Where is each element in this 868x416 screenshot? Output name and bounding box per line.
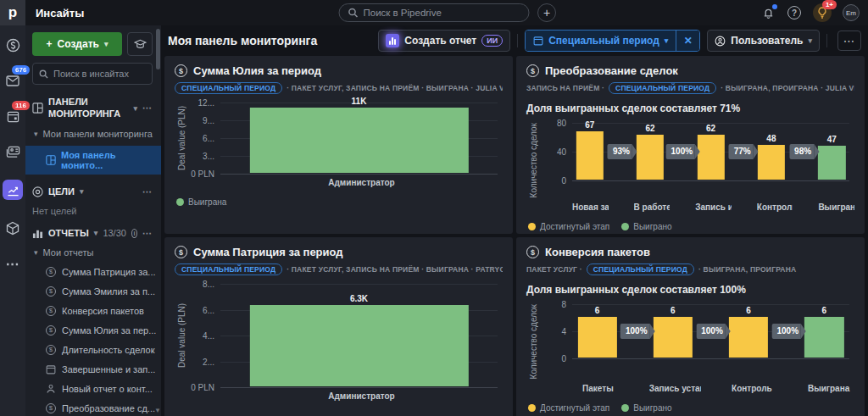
chart-bar[interactable]: [578, 317, 617, 358]
page-title: Инсайты: [36, 7, 84, 19]
chart-area: Deal value (PLN)12...9...6...3...0 PLN11…: [175, 103, 503, 174]
chart-bar[interactable]: [804, 317, 843, 358]
dashboards-section-header[interactable]: ПАНЕЛИ МОНИТОРИНГА ▾ ⋯: [32, 97, 153, 120]
period-pill[interactable]: СПЕЦИАЛЬНЫЙ ПЕРИОД: [175, 82, 282, 94]
insights-icon[interactable]: [3, 180, 23, 200]
goals-section-header[interactable]: ЦЕЛИ ▾ ⋯: [32, 186, 153, 197]
chart-bar[interactable]: [249, 305, 468, 386]
bar-value-label: 6.3K: [350, 294, 368, 303]
y-axis-label: Deal value (PLN): [175, 103, 186, 174]
legend-item[interactable]: Достигнутый этап: [528, 403, 609, 413]
chevron-down-icon[interactable]: ▾: [94, 229, 98, 237]
global-search[interactable]: [339, 3, 530, 22]
create-report-button[interactable]: Создать отчет ИИ: [378, 30, 510, 52]
chevron-down-icon[interactable]: ▾: [133, 104, 137, 113]
bar-value-label: 6: [822, 306, 827, 315]
gridline: [572, 180, 849, 181]
period-pill[interactable]: СПЕЦИАЛЬНЫЙ ПЕРИОД: [587, 263, 694, 275]
bar-value-label: 62: [706, 124, 715, 133]
dashboard-more-button[interactable]: ⋯: [837, 31, 861, 51]
chart-bar[interactable]: [729, 317, 768, 358]
chart-plot: 8...6...4...2...0 PLN6.3K: [220, 284, 498, 387]
chart-bar[interactable]: [249, 108, 468, 173]
period-filter-button[interactable]: Специальный период ▾: [526, 31, 676, 51]
bar-value-label: 67: [585, 120, 594, 130]
sidebar-scrollbar[interactable]: [156, 29, 160, 402]
sidebar-report-item[interactable]: Новый отчет о конт...: [32, 384, 153, 394]
contacts-icon[interactable]: [5, 144, 20, 159]
user-avatar[interactable]: Em: [843, 4, 860, 21]
chart-area: Количество сделок804006793%62100%6277%48…: [526, 123, 854, 197]
conversion-badge: 100%: [696, 324, 726, 339]
period-pill[interactable]: СПЕЦИАЛЬНЫЙ ПЕРИОД: [609, 82, 716, 94]
card-title: $Сумма Патриция за период: [175, 246, 503, 258]
chart-bar[interactable]: [818, 146, 845, 180]
info-icon[interactable]: i: [131, 229, 137, 238]
chart-bar[interactable]: [654, 317, 693, 358]
insights-search[interactable]: [32, 63, 153, 85]
funnel-stage: 6: [648, 304, 698, 358]
legend-dot-icon: [528, 223, 536, 230]
y-tick-label: 8...: [203, 280, 214, 289]
quick-add-button[interactable]: +: [537, 3, 556, 22]
whats-new-badge: 1+: [822, 0, 837, 9]
chevron-down-icon: ▾: [34, 248, 38, 257]
sidebar-report-item[interactable]: $Сумма Эмилия за п...: [32, 286, 153, 297]
chevron-down-icon[interactable]: ▾: [80, 187, 84, 196]
period-pill[interactable]: СПЕЦИАЛЬНЫЙ ПЕРИОД: [175, 263, 282, 275]
academy-icon[interactable]: [127, 32, 153, 56]
mail-icon[interactable]: 676: [5, 73, 20, 88]
whats-new-bulb-icon[interactable]: 1+: [813, 3, 832, 22]
deals-icon[interactable]: [5, 37, 20, 53]
clear-period-filter-button[interactable]: ✕: [676, 31, 699, 51]
pipedrive-logo[interactable]: p: [0, 0, 25, 25]
calendar-icon[interactable]: 116: [5, 108, 20, 124]
dashboards-more-icon[interactable]: ⋯: [142, 103, 153, 114]
scrollbar-thumb[interactable]: [156, 29, 160, 69]
reports-more-icon[interactable]: ⋯: [142, 228, 153, 239]
sidebar-report-item[interactable]: $Конверсия пакетов: [32, 306, 153, 316]
sidebar-report-item[interactable]: Завершенные и зап...: [32, 364, 153, 374]
sidebar-report-item[interactable]: $Сумма Патриция за...: [32, 267, 153, 277]
report-item-label: Преобразование сд...: [62, 403, 155, 413]
bar-value-label: 6: [746, 306, 751, 315]
chart-bar[interactable]: [758, 145, 785, 180]
chart-bar[interactable]: [576, 131, 604, 180]
funnel-stage-label: В работе: [634, 202, 670, 212]
y-tick-label: 2...: [203, 357, 214, 366]
gridline: [220, 284, 498, 285]
my-dashboards-group[interactable]: ▾ Мои панели мониторинга: [32, 129, 153, 139]
sidebar-report-item[interactable]: $Сумма Юлия за пер...: [32, 325, 153, 336]
legend-item[interactable]: Достигнутый этап: [528, 222, 609, 231]
user-filter-button[interactable]: Пользователь ▾: [707, 30, 820, 52]
help-icon[interactable]: ?: [787, 5, 802, 20]
insights-search-input[interactable]: [53, 69, 146, 79]
more-apps-icon[interactable]: ⋯: [5, 256, 20, 271]
legend-item[interactable]: Выиграно: [621, 403, 671, 413]
sidebar-item-active-dashboard[interactable]: Моя панель монито...: [25, 146, 161, 175]
sidebar-report-item[interactable]: $Преобразование сд...: [32, 403, 153, 413]
products-icon[interactable]: [5, 220, 20, 236]
card-filters: СПЕЦИАЛЬНЫЙ ПЕРИОД· ПАКЕТ УСЛУГ, ЗАПИСЬ …: [175, 263, 503, 275]
chevron-down-icon: ▾: [665, 36, 669, 45]
scroll-down-icon[interactable]: ▼: [154, 407, 161, 414]
dashboard-header: Моя панель мониторинга Создать отчет ИИ …: [161, 25, 868, 56]
goals-more-icon[interactable]: ⋯: [142, 186, 153, 197]
y-axis-label: Количество сделок: [526, 123, 538, 197]
filters-post: · ПАКЕТ УСЛУГ, ЗАПИСЬ НА ПРИЁМ · ВЫИГРАН…: [287, 84, 503, 92]
card-title-text: Конверсия пакетов: [545, 246, 650, 258]
y-tick-label: 80: [557, 119, 566, 128]
legend-item[interactable]: Выиграно: [621, 222, 671, 231]
reports-section-header[interactable]: ОТЧЕТЫ ▾ 13/30 i ⋯: [32, 228, 153, 239]
chart-bar[interactable]: [697, 135, 724, 180]
sidebar-report-item[interactable]: $Длительность сделок: [32, 345, 153, 355]
global-search-input[interactable]: [364, 8, 520, 18]
legend-item[interactable]: Выиграна: [176, 197, 226, 207]
legend-dot-icon: [621, 223, 629, 230]
create-button[interactable]: + Создать ▾: [32, 32, 122, 56]
card-subtitle: Доля выигранных сделок составляет 71%: [526, 103, 854, 114]
notifications-bell-icon[interactable]: [760, 5, 776, 20]
my-reports-group[interactable]: ▾ Мои отчеты: [32, 247, 153, 258]
conversion-badge: 100%: [620, 324, 650, 339]
chart-bar[interactable]: [637, 135, 664, 180]
